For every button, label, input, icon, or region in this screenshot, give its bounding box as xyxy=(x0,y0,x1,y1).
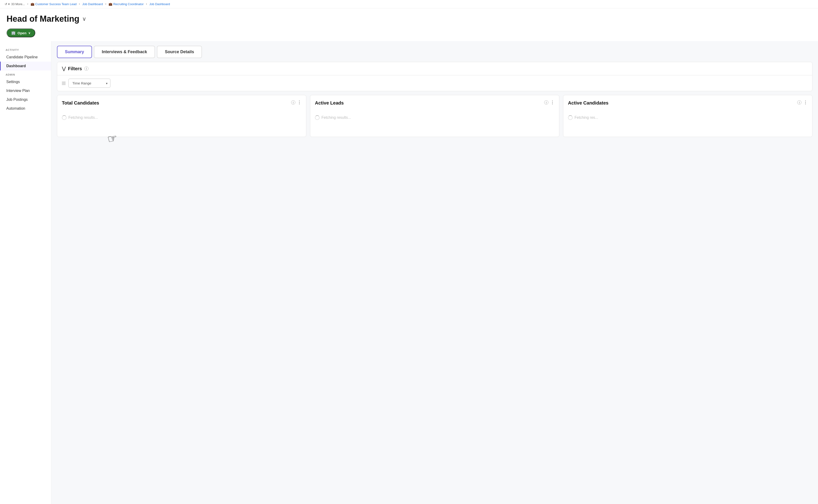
sidebar-section-activity: ACTIVITY Candidate Pipeline Dashboard xyxy=(0,46,51,70)
breadcrumb-item-job-dashboard-2[interactable]: Job Dashboard xyxy=(149,2,170,6)
filters-title: Filters xyxy=(68,66,82,71)
fetching-text-0: Fetching results... xyxy=(68,115,98,120)
breadcrumb-item-customer-success[interactable]: 💼 Customer Success Team Lead xyxy=(31,2,77,6)
building-icon: 🏢 xyxy=(11,31,16,35)
main-layout: ACTIVITY Candidate Pipeline Dashboard AD… xyxy=(0,41,818,504)
status-badge[interactable]: 🏢 Open ∨ xyxy=(7,28,35,37)
filters-header: ⋁ Filters i xyxy=(57,62,812,75)
separator-4: • xyxy=(146,2,147,6)
fetching-text-2: Fetching res... xyxy=(575,115,598,120)
sidebar-item-job-postings[interactable]: Job Postings xyxy=(0,95,51,104)
metric-title-active-candidates: Active Candidates xyxy=(568,100,795,106)
breadcrumb-item-recruiting-coordinator[interactable]: 💼 Recruiting Coordinator xyxy=(109,2,144,6)
sidebar-item-dashboard[interactable]: Dashboard xyxy=(0,62,51,70)
metric-title-total-candidates: Total Candidates xyxy=(62,100,289,106)
sidebar-section-label-activity: ACTIVITY xyxy=(0,46,51,53)
fetching-spinner-1 xyxy=(315,115,319,120)
breadcrumb-item-job-dashboard-1[interactable]: Job Dashboard xyxy=(82,2,103,6)
status-chevron-icon: ∨ xyxy=(28,31,31,35)
sidebar-item-interview-plan[interactable]: Interview Plan xyxy=(0,86,51,95)
fetching-spinner-0 xyxy=(62,115,67,120)
sidebar-item-candidate-pipeline[interactable]: Candidate Pipeline xyxy=(0,53,51,62)
fetching-spinner-2 xyxy=(568,115,573,120)
metric-more-icon-1[interactable]: ⋮ xyxy=(550,100,555,105)
more-link[interactable]: 33 More... xyxy=(11,2,25,6)
metric-card-active-leads: Active Leads i ⋮ Fetching results... xyxy=(310,95,559,137)
sidebar-section-admin: ADMIN Settings Interview Plan Job Postin… xyxy=(0,70,51,113)
filter-icon: ⋁ xyxy=(62,66,66,71)
separator-2: • xyxy=(79,2,80,6)
sidebar-item-settings[interactable]: Settings xyxy=(0,77,51,86)
briefcase-icon-2: 💼 xyxy=(109,2,112,6)
metric-title-active-leads: Active Leads xyxy=(315,100,542,106)
tab-source-details[interactable]: Source Details xyxy=(157,46,202,58)
page-header: Head of Marketing ∨ 🏢 Open ∨ xyxy=(0,8,818,41)
history-icon[interactable]: ↺ ▾ xyxy=(5,2,10,6)
metric-info-icon-1[interactable]: i xyxy=(544,100,548,105)
metric-info-icon-2[interactable]: i xyxy=(797,100,801,105)
sidebar-item-automation[interactable]: Automation xyxy=(0,104,51,113)
metric-card-active-candidates: Active Candidates i ⋮ Fetching res... xyxy=(563,95,812,137)
tabs-row: Summary Interviews & Feedback Source Det… xyxy=(57,46,812,58)
tab-interviews-feedback[interactable]: Interviews & Feedback xyxy=(94,46,155,58)
metric-info-icon-0[interactable]: i xyxy=(291,100,295,105)
page-title: Head of Marketing xyxy=(7,14,79,24)
breadcrumb-chevron: ▾ xyxy=(8,2,10,6)
sidebar: ACTIVITY Candidate Pipeline Dashboard AD… xyxy=(0,41,51,504)
briefcase-icon-1: 💼 xyxy=(31,2,34,6)
breadcrumb-bar: ↺ ▾ 33 More... • 💼 Customer Success Team… xyxy=(0,0,818,8)
time-range-wrapper: Time Range All Time Last 30 Days Last 60… xyxy=(68,79,110,88)
time-range-select[interactable]: Time Range All Time Last 30 Days Last 60… xyxy=(68,79,110,88)
fetching-text-1: Fetching results... xyxy=(321,115,351,120)
metric-card-total-candidates: Total Candidates i ⋮ Fetching results... xyxy=(57,95,306,137)
filters-section: ⋁ Filters i Time Range All Time Last 30 … xyxy=(57,62,812,91)
filters-info-icon[interactable]: i xyxy=(84,67,88,71)
separator-1: • xyxy=(27,2,28,6)
metric-more-icon-0[interactable]: ⋮ xyxy=(297,100,301,105)
title-chevron-icon[interactable]: ∨ xyxy=(82,16,86,22)
metric-more-icon-2[interactable]: ⋮ xyxy=(803,100,807,105)
separator-3: • xyxy=(105,2,106,6)
sidebar-section-label-admin: ADMIN xyxy=(0,70,51,77)
content-area: ☞ Summary Interviews & Feedback Source D… xyxy=(51,41,818,504)
cards-row: Total Candidates i ⋮ Fetching results...… xyxy=(57,95,812,137)
tab-summary[interactable]: Summary xyxy=(57,46,92,58)
drag-handle[interactable] xyxy=(62,82,66,85)
